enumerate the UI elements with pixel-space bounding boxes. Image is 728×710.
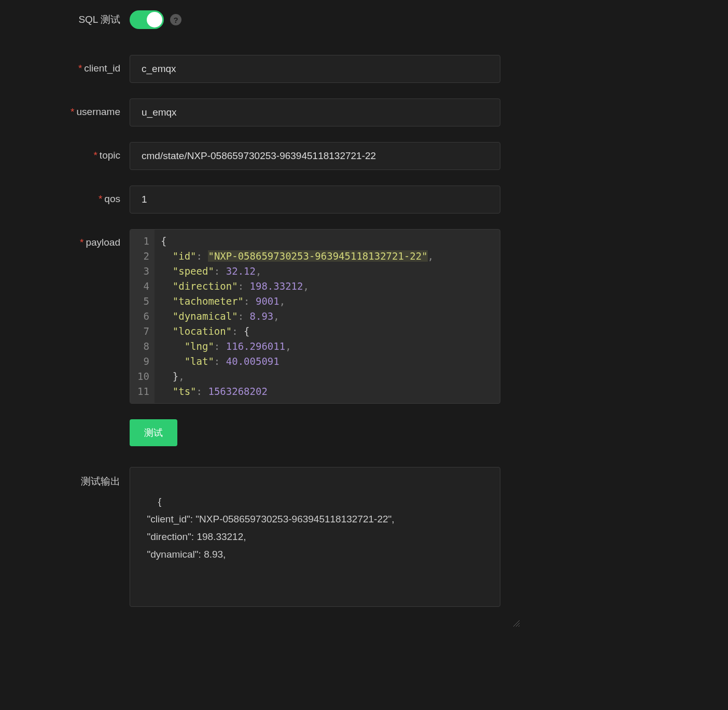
payload-code-content[interactable]: { "id": "NXP-058659730253-96394511813272…	[155, 230, 500, 403]
svg-line-2	[519, 626, 520, 627]
sql-test-toggle-row: SQL 测试 ?	[10, 10, 718, 29]
qos-input[interactable]	[130, 186, 500, 214]
toggle-knob-icon	[147, 12, 162, 27]
output-text: { "client_id": "NXP-058659730253-9639451…	[142, 496, 395, 560]
payload-editor[interactable]: 1234567891011 { "id": "NXP-058659730253-…	[130, 229, 500, 404]
sql-test-label: SQL 测试	[10, 13, 130, 26]
topic-input[interactable]	[130, 142, 500, 170]
output-textarea[interactable]: { "client_id": "NXP-058659730253-9639451…	[130, 467, 500, 607]
qos-row: *qos	[10, 186, 718, 214]
topic-row: *topic	[10, 142, 718, 170]
help-icon[interactable]: ?	[170, 14, 181, 25]
client-id-input[interactable]	[130, 55, 500, 83]
resize-handle-icon[interactable]	[491, 597, 498, 604]
payload-label: *payload	[10, 229, 130, 248]
output-label: 测试输出	[10, 467, 130, 488]
client-id-label: *client_id	[10, 55, 130, 74]
username-label: *username	[10, 98, 130, 118]
payload-row: *payload 1234567891011 { "id": "NXP-0586…	[10, 229, 718, 404]
svg-line-0	[513, 620, 520, 627]
line-number-gutter: 1234567891011	[130, 230, 155, 403]
qos-label: *qos	[10, 186, 130, 205]
username-input[interactable]	[130, 98, 500, 126]
topic-label: *topic	[10, 142, 130, 161]
username-row: *username	[10, 98, 718, 126]
output-row: 测试输出 { "client_id": "NXP-058659730253-96…	[10, 467, 718, 607]
sql-test-toggle[interactable]	[130, 10, 164, 29]
client-id-row: *client_id	[10, 55, 718, 83]
test-button[interactable]: 测试	[130, 419, 177, 446]
